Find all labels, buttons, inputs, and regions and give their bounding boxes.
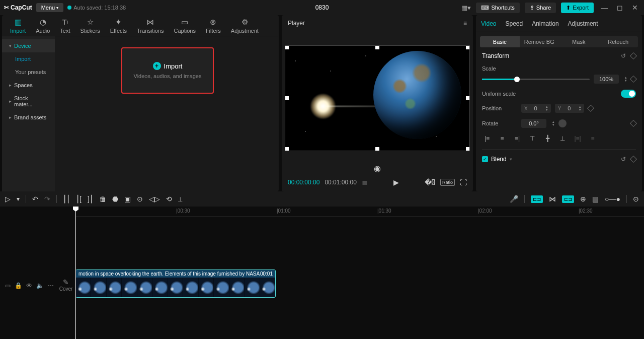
keyframe-icon[interactable] — [630, 156, 637, 163]
zoom-slider-icon[interactable]: ○—● — [605, 195, 620, 203]
nav-device[interactable]: ▾Device — [2, 39, 55, 52]
track-opt-icon[interactable]: ▭ — [5, 282, 11, 289]
subtab-basic[interactable]: Basic — [480, 36, 520, 47]
import-dropzone[interactable]: + Import Videos, audios, and images — [121, 47, 214, 94]
scan-icon[interactable]: �〿 — [425, 178, 435, 186]
frame-icon[interactable]: ▣ — [124, 195, 131, 203]
layout-icon[interactable]: ▦▾ — [461, 4, 471, 12]
tab-filters[interactable]: ⊗Filters — [201, 15, 226, 36]
keyframe-icon[interactable] — [587, 105, 594, 112]
timeline-playhead[interactable] — [75, 207, 76, 339]
list-icon[interactable]: ≣ — [362, 178, 368, 186]
resize-handle[interactable] — [466, 45, 470, 49]
track-opt-icon[interactable]: ▤ — [592, 195, 599, 203]
nav-import[interactable]: Import — [2, 52, 55, 65]
resize-handle[interactable] — [285, 45, 289, 49]
resize-handle[interactable] — [466, 147, 470, 151]
subtab-mask[interactable]: Mask — [559, 36, 599, 47]
keyframe-icon[interactable] — [630, 76, 637, 83]
project-title[interactable]: 0830 — [315, 4, 329, 11]
cover-button[interactable]: ✎ Cover — [58, 278, 73, 292]
props-tab-adjustment[interactable]: Adjustment — [568, 20, 598, 27]
snap-on-icon[interactable]: ⊏⊐ — [562, 195, 574, 203]
minimize-button[interactable]: — — [599, 4, 610, 12]
eye-icon[interactable]: 👁 — [26, 282, 32, 289]
tab-effects[interactable]: ✦Effects — [105, 15, 132, 36]
align-center-v-icon[interactable]: ╋ — [542, 134, 552, 143]
tab-transitions[interactable]: ⋈Transitions — [132, 15, 169, 36]
reset-icon[interactable]: ↺ — [621, 52, 626, 59]
mirror-icon[interactable]: ◁▷ — [149, 195, 160, 203]
timeline-clip[interactable]: motion in space overlooking the earth. E… — [75, 269, 276, 298]
more-icon[interactable]: ⋯ — [48, 282, 54, 289]
props-tab-animation[interactable]: Animation — [532, 20, 558, 27]
tab-import[interactable]: ▥Import — [5, 15, 31, 36]
resize-handle[interactable] — [285, 96, 289, 100]
nav-stock[interactable]: ▸Stock mater... — [2, 92, 55, 111]
player-widget-icon[interactable]: ◉ — [374, 164, 381, 173]
reset-icon[interactable]: ↺ — [621, 156, 626, 163]
maximize-button[interactable]: ◻ — [615, 4, 625, 12]
nav-presets[interactable]: Your presets — [2, 65, 55, 79]
keyframe-icon[interactable] — [630, 120, 637, 127]
rotate-dial-icon[interactable] — [558, 119, 567, 127]
tab-adjustment[interactable]: ⚙Adjustment — [226, 15, 264, 36]
align-left-icon[interactable]: |≡ — [482, 134, 492, 143]
mic-icon[interactable]: 🎤 — [510, 195, 518, 203]
position-x-input[interactable]: X 0 ▴▾ — [521, 104, 551, 113]
share-button[interactable]: ⇪ Share — [525, 3, 556, 13]
position-y-input[interactable]: Y 0 ▴▾ — [555, 104, 585, 113]
resize-handle[interactable] — [466, 96, 470, 100]
split-left-icon[interactable]: ⎮[ — [76, 195, 82, 203]
align-right-icon[interactable]: ≡| — [512, 134, 522, 143]
props-tab-video[interactable]: Video — [481, 20, 496, 27]
align-center-h-icon[interactable]: ≡ — [497, 134, 507, 143]
link-icon[interactable]: ⋈ — [549, 195, 556, 203]
marker-icon[interactable]: ⬣ — [112, 195, 118, 203]
delete-icon[interactable]: 🗑 — [99, 195, 106, 203]
subtab-retouch[interactable]: Retouch — [599, 36, 638, 47]
chevron-down-icon[interactable]: ▾ — [17, 195, 20, 202]
tab-audio[interactable]: ◔Audio — [31, 15, 55, 36]
uniform-scale-toggle[interactable] — [621, 90, 636, 98]
close-button[interactable]: ✕ — [630, 4, 640, 12]
split-icon[interactable]: ⎮⎮ — [63, 195, 70, 203]
tab-stickers[interactable]: ☆Stickers — [75, 15, 105, 36]
redo-icon[interactable]: ↷ — [44, 195, 50, 203]
blend-checkbox[interactable]: ✓ — [482, 156, 488, 162]
preview-icon[interactable]: ⊕ — [580, 195, 586, 203]
zoom-fit-icon[interactable]: ⊙ — [633, 195, 639, 203]
lock-icon[interactable]: 🔒 — [15, 282, 22, 289]
export-button[interactable]: ⬆ Export — [561, 3, 594, 13]
resize-handle[interactable] — [285, 147, 289, 151]
scale-value[interactable]: 100% — [594, 75, 619, 84]
keyframe-icon[interactable] — [630, 52, 637, 59]
shortcuts-button[interactable]: ⌨ Shortcuts — [476, 3, 519, 13]
distribute-h-icon[interactable]: |≡| — [573, 134, 583, 143]
stepper-icon[interactable]: ▴▾ — [552, 120, 554, 126]
reverse-icon[interactable]: ⊙ — [137, 195, 143, 203]
stepper-icon[interactable]: ▴▾ — [546, 105, 548, 111]
align-top-icon[interactable]: ⊤ — [527, 134, 537, 143]
props-tab-speed[interactable]: Speed — [505, 20, 523, 27]
tab-captions[interactable]: ▭Captions — [169, 15, 200, 36]
crop-icon[interactable]: ⟂ — [178, 195, 182, 203]
player-canvas[interactable] — [285, 45, 470, 151]
distribute-v-icon[interactable]: ≡ — [588, 134, 598, 143]
pointer-tool-icon[interactable]: ▷ — [5, 195, 11, 203]
stepper-icon[interactable]: ▴▾ — [579, 105, 581, 111]
stepper-icon[interactable]: ▴▾ — [625, 76, 627, 82]
tab-text[interactable]: TIText — [55, 15, 75, 36]
play-button[interactable]: ▶ — [393, 178, 399, 186]
split-right-icon[interactable]: ]⎮ — [88, 195, 93, 203]
undo-icon[interactable]: ↶ — [32, 195, 38, 203]
nav-brand[interactable]: ▸Brand assets — [2, 111, 55, 124]
player-menu-icon[interactable]: ≡ — [463, 20, 467, 27]
fullscreen-icon[interactable]: ⛶ — [460, 178, 467, 186]
resize-handle[interactable] — [375, 147, 379, 151]
rotate-icon[interactable]: ⟲ — [166, 195, 172, 203]
magnet-on-icon[interactable]: ⊏⊐ — [531, 195, 543, 203]
align-bottom-icon[interactable]: ⊥ — [557, 134, 568, 143]
subtab-removebg[interactable]: Remove BG — [520, 36, 559, 47]
resize-handle[interactable] — [375, 45, 379, 49]
